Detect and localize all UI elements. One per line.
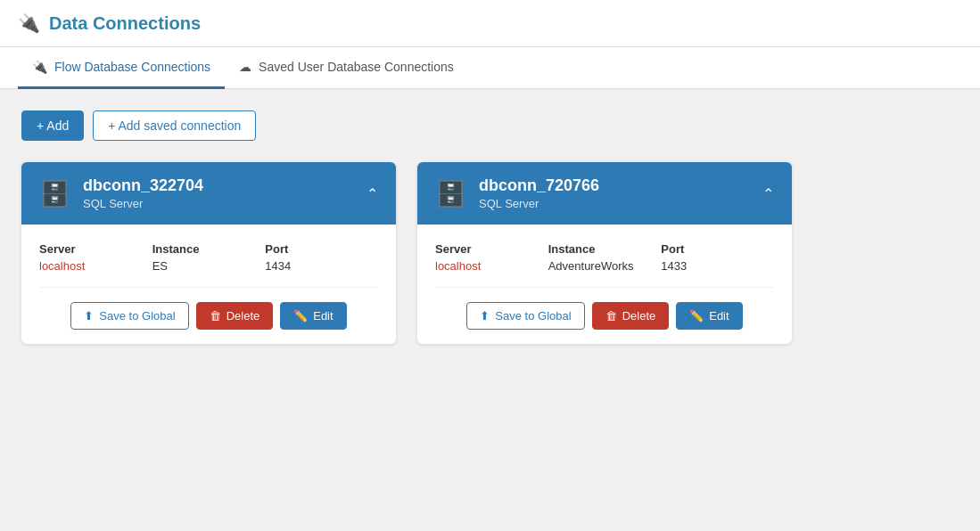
save-to-global-button[interactable]: ⬆ Save to Global: [466, 302, 584, 330]
database-icon: 🗄️: [39, 179, 70, 208]
field-label: Server: [39, 242, 152, 256]
upload-icon: ⬆: [84, 309, 94, 323]
card-subtitle: SQL Server: [83, 197, 354, 210]
tab-flow-label: Flow Database Connections: [54, 60, 210, 74]
main-content: 🔌 Flow Database Connections ☁ Saved User…: [0, 47, 980, 527]
tab-saved-icon: ☁: [239, 60, 251, 74]
card-header: 🗄️ dbconn_720766 SQL Server ⌃: [417, 162, 792, 225]
upload-icon: ⬆: [480, 309, 490, 323]
field-value: AdventureWorks: [548, 259, 662, 273]
trash-icon: 🗑: [210, 309, 221, 323]
card-actions: ⬆ Save to Global 🗑 Delete ✏️ Edit: [39, 302, 378, 330]
tab-saved[interactable]: ☁ Saved User Database Connections: [225, 47, 468, 89]
field-value: localhost: [39, 259, 152, 273]
field-value: localhost: [435, 259, 548, 273]
field-value: 1433: [661, 259, 774, 273]
tab-flow[interactable]: 🔌 Flow Database Connections: [18, 47, 225, 89]
cards-grid: 🗄️ dbconn_322704 SQL Server ⌃ Server loc…: [21, 162, 959, 344]
card-subtitle: SQL Server: [479, 197, 750, 210]
edit-icon: ✏️: [689, 309, 704, 323]
field-group: Port 1433: [661, 242, 774, 273]
add-button[interactable]: + Add: [21, 110, 84, 141]
card-fields: Server localhost Instance ES Port 1434: [39, 242, 378, 288]
card-title: dbconn_720766: [479, 176, 750, 195]
card-fields: Server localhost Instance AdventureWorks…: [435, 242, 774, 288]
delete-button[interactable]: 🗑 Delete: [592, 302, 670, 330]
plug-icon: 🔌: [18, 12, 40, 34]
field-label: Port: [265, 242, 378, 256]
delete-button[interactable]: 🗑 Delete: [196, 302, 274, 330]
card-header-info: dbconn_322704 SQL Server: [83, 176, 354, 210]
content-area: + Add + Add saved connection 🗄️ dbconn_3…: [0, 89, 980, 365]
save-to-global-button[interactable]: ⬆ Save to Global: [70, 302, 188, 330]
trash-icon: 🗑: [605, 309, 617, 323]
collapse-icon[interactable]: ⌃: [366, 185, 378, 202]
tab-saved-label: Saved User Database Connections: [259, 60, 454, 74]
card-body: Server localhost Instance ES Port 1434 ⬆…: [21, 225, 396, 344]
field-value: ES: [152, 259, 266, 273]
tabs-bar: 🔌 Flow Database Connections ☁ Saved User…: [0, 47, 980, 89]
card-title: dbconn_322704: [83, 176, 354, 195]
collapse-icon[interactable]: ⌃: [762, 185, 774, 202]
field-group: Instance ES: [152, 242, 266, 273]
field-group: Server localhost: [39, 242, 152, 273]
card-header-info: dbconn_720766 SQL Server: [479, 176, 750, 210]
edit-button[interactable]: ✏️ Edit: [676, 302, 742, 330]
field-group: Instance AdventureWorks: [548, 242, 662, 273]
field-label: Port: [661, 242, 774, 256]
card-header: 🗄️ dbconn_322704 SQL Server ⌃: [21, 162, 396, 225]
field-group: Port 1434: [265, 242, 378, 273]
edit-icon: ✏️: [293, 309, 308, 323]
card-body: Server localhost Instance AdventureWorks…: [417, 225, 792, 344]
connection-card-dbconn_720766: 🗄️ dbconn_720766 SQL Server ⌃ Server loc…: [417, 162, 792, 344]
database-icon: 🗄️: [435, 179, 466, 208]
field-label: Instance: [152, 242, 266, 256]
top-bar: 🔌 Data Connections: [0, 0, 980, 47]
field-group: Server localhost: [435, 242, 548, 273]
edit-button[interactable]: ✏️ Edit: [280, 302, 346, 330]
page-title: Data Connections: [49, 13, 201, 34]
action-bar: + Add + Add saved connection: [21, 110, 959, 141]
tab-flow-icon: 🔌: [32, 60, 47, 74]
connection-card-dbconn_322704: 🗄️ dbconn_322704 SQL Server ⌃ Server loc…: [21, 162, 396, 344]
field-label: Server: [435, 242, 548, 256]
add-saved-button[interactable]: + Add saved connection: [93, 110, 256, 141]
card-actions: ⬆ Save to Global 🗑 Delete ✏️ Edit: [435, 302, 774, 330]
field-label: Instance: [548, 242, 662, 256]
field-value: 1434: [265, 259, 378, 273]
